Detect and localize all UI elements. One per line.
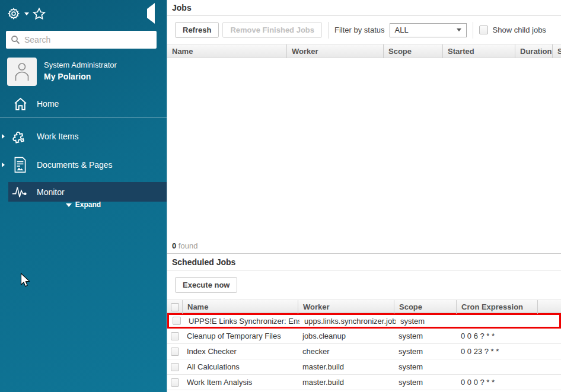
job-worker-cell: master.build (298, 362, 394, 371)
main-content: Jobs Refresh Remove Finished Jobs Filter… (167, 0, 561, 392)
row-checkbox[interactable] (171, 348, 179, 356)
user-card[interactable]: System Administrator My Polarion (7, 58, 162, 86)
job-name-cell: UPPS!E Links Synchronizer: Ensure (184, 317, 299, 326)
my-polarion-link[interactable]: My Polarion (44, 72, 117, 81)
expand-arrow-icon[interactable] (2, 162, 5, 167)
sidebar-item-label: Documents & Pages (37, 160, 113, 170)
status-filter-select[interactable]: ALL (390, 23, 467, 37)
table-row[interactable]: Index Checker checker system 0 0 23 ? * … (167, 344, 561, 359)
job-worker-cell: upps.links.synchronizer.job (299, 317, 396, 326)
column-header-cron[interactable]: Cron Expression (456, 300, 537, 314)
puzzle-icon (12, 128, 28, 145)
toolbar-divider (473, 22, 473, 39)
column-header-scope[interactable]: Scope (383, 44, 442, 58)
table-row[interactable]: Work Item Analysis master.build system 0… (167, 375, 561, 390)
nav-divider (0, 117, 167, 118)
search-input[interactable] (24, 35, 152, 44)
row-checkbox[interactable] (171, 363, 179, 371)
sidebar: System Administrator My Polarion Home Wo… (0, 0, 167, 392)
expand-label: Expand (75, 200, 101, 209)
favorites-button[interactable] (32, 7, 46, 21)
chevron-down-icon (66, 203, 72, 207)
status-filter-value: ALL (395, 26, 457, 34)
job-cron-cell: 0 0 6 ? * * (456, 332, 537, 340)
sidebar-item-documents-pages[interactable]: Documents & Pages (0, 155, 167, 175)
sidebar-item-label: Work Items (37, 132, 79, 141)
gear-icon (7, 7, 20, 20)
filter-by-status-label: Filter by status (334, 26, 385, 34)
refresh-button[interactable]: Refresh (175, 22, 219, 38)
sidebar-item-label: Monitor (37, 187, 65, 197)
collapse-sidebar-button[interactable] (147, 9, 155, 18)
column-header-scope[interactable]: Scope (394, 300, 456, 314)
user-meta: System Administrator My Polarion (44, 58, 117, 86)
job-scope-cell: system (396, 317, 458, 326)
column-header-name[interactable]: Name (167, 44, 286, 58)
column-header-started[interactable]: Started (442, 44, 515, 58)
job-name-cell: Cleanup of Temporary Files (182, 332, 298, 340)
user-role: System Administrator (44, 60, 117, 69)
collapse-arrow-icon (147, 3, 155, 24)
sidebar-item-label: Home (37, 99, 59, 109)
column-header-status[interactable]: S (552, 44, 561, 58)
sidebar-search[interactable] (6, 31, 157, 49)
job-cron-cell: 0 0 0 ? * * (456, 378, 537, 387)
expand-navigation-button[interactable]: Expand (0, 200, 167, 209)
table-row[interactable]: Cleanup of Temporary Files jobs.cleanup … (167, 329, 561, 344)
table-row[interactable]: UPPS!E Links Synchronizer: Ensure upps.l… (167, 313, 561, 329)
jobs-toolbar: Refresh Remove Finished Jobs Filter by s… (167, 16, 561, 44)
jobs-table-header: Name Worker Scope Started Duration S (167, 44, 561, 58)
execute-now-button[interactable]: Execute now (175, 277, 237, 293)
column-header-extra (537, 300, 561, 314)
monitor-pulse-icon (12, 184, 28, 200)
job-worker-cell: jobs.cleanup (298, 332, 394, 340)
sidebar-nav: Home Work Items D (0, 94, 167, 202)
scheduled-jobs-toolbar: Execute now (167, 270, 561, 299)
jobs-title: Jobs (167, 0, 561, 16)
select-all-checkbox[interactable] (171, 303, 179, 311)
job-name-cell: Work Item Analysis (182, 378, 298, 387)
settings-menu-button[interactable] (7, 7, 29, 20)
sidebar-item-monitor[interactable]: Monitor (8, 182, 167, 202)
row-checkbox[interactable] (173, 317, 181, 325)
jobs-table-body (167, 58, 561, 239)
chevron-down-icon (457, 28, 461, 31)
found-count: 0 (172, 241, 176, 250)
job-worker-cell: master.build (298, 378, 394, 387)
toolbar-divider (328, 22, 329, 39)
sidebar-item-work-items[interactable]: Work Items (0, 126, 167, 146)
column-header-worker[interactable]: Worker (298, 300, 394, 314)
row-checkbox[interactable] (171, 378, 179, 387)
column-header-duration[interactable]: Duration (515, 44, 552, 58)
settings-caret-icon (24, 12, 29, 15)
scheduled-table-header: Name Worker Scope Cron Expression (167, 299, 561, 313)
scheduled-table-body: UPPS!E Links Synchronizer: Ensure upps.l… (167, 313, 561, 390)
show-child-jobs-checkbox[interactable] (479, 26, 488, 34)
job-name-cell: Index Checker (182, 347, 298, 356)
search-icon (11, 35, 20, 44)
remove-finished-jobs-button[interactable]: Remove Finished Jobs (222, 22, 322, 38)
home-icon (12, 95, 28, 112)
table-row[interactable]: All Calculations master.build system (167, 359, 561, 375)
star-icon (32, 7, 46, 21)
sidebar-top-bar (6, 7, 161, 26)
show-child-jobs-label: Show child jobs (493, 26, 546, 34)
job-cron-cell: 0 0 23 ? * * (456, 347, 537, 356)
avatar (7, 58, 37, 86)
job-scope-cell: system (394, 362, 456, 371)
job-scope-cell: system (394, 332, 456, 340)
sidebar-item-home[interactable]: Home (0, 94, 167, 114)
column-header-name[interactable]: Name (182, 300, 298, 314)
job-scope-cell: system (394, 347, 456, 356)
column-header-worker[interactable]: Worker (286, 44, 383, 58)
row-checkbox[interactable] (171, 332, 179, 340)
job-name-cell: All Calculations (182, 362, 298, 371)
job-scope-cell: system (394, 378, 456, 387)
document-icon (12, 157, 28, 173)
job-worker-cell: checker (298, 347, 394, 356)
jobs-found-status: 0 found (167, 239, 561, 254)
expand-arrow-icon[interactable] (2, 134, 5, 139)
found-label: found (179, 241, 198, 250)
scheduled-jobs-title: Scheduled Jobs (167, 254, 561, 270)
